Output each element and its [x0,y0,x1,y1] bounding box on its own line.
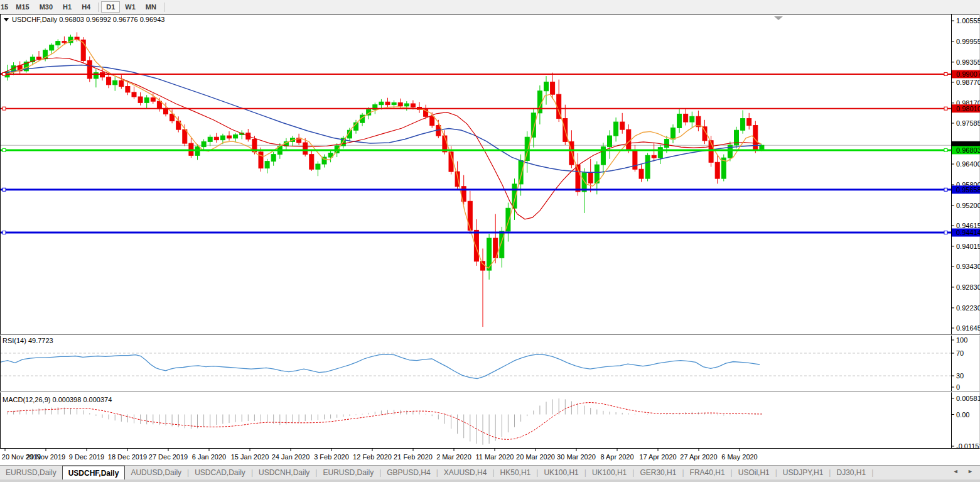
candle-body [259,152,263,168]
chart-tab-usdjpy-h1[interactable]: USDJPY,H1 [777,466,829,479]
tf-button-w1[interactable]: W1 [120,1,141,13]
candle-body [430,116,434,125]
candle-body [208,137,212,141]
date-label: 8 Apr 2020 [600,453,633,461]
chart-canvas[interactable]: USDCHF,Daily 0.96803 0.96992 0.96776 0.9… [0,14,980,465]
line-handle[interactable] [3,231,6,234]
price-axis-label: 0.94015 [956,243,980,250]
line-handle[interactable] [3,72,6,75]
candle-body [551,82,555,94]
status-strip [0,479,980,482]
candle-body [620,122,625,129]
date-label: 27 Dec 2019 [149,453,188,461]
candle-body [234,134,238,138]
candle-body [671,128,676,139]
candle-body [271,155,276,162]
price-badge-0.94414: 0.94414 [952,229,980,237]
rsi-axis-label: 30 [956,372,964,380]
chart-tab-ger30-h1[interactable]: GER30,H1 [634,466,682,479]
tf-button-m30[interactable]: M30 [35,1,58,13]
date-label: 29 Nov 2019 [26,453,65,461]
line-handle[interactable] [944,72,947,75]
candle-body [468,201,472,230]
line-handle[interactable] [3,107,6,110]
tf-button-15[interactable]: 15 [0,1,11,13]
candle-body [132,92,136,97]
macd-title: MACD(12,26,9) 0.000398 0.000374 [3,396,112,403]
candle-body [316,164,320,169]
tf-button-h4[interactable]: H4 [77,1,95,13]
tf-button-m15[interactable]: M15 [11,1,34,13]
date-label: 17 Apr 2020 [639,453,676,461]
price-axis-label: 0.92230 [956,304,980,312]
candle-body [588,173,593,183]
chart-tab-usdcnh-daily[interactable]: USDCNH,Daily [253,466,315,479]
tab-separator: | [871,466,873,479]
price-badge-text: 0.96803 [956,146,980,154]
candle-body [56,41,60,45]
chart-tab-usoil-h1[interactable]: USOil,H1 [733,466,775,479]
price-axis-label: 0.95200 [956,202,980,209]
rsi-title: RSI(14) 49.7723 [3,337,53,344]
price-axis-label: 0.99355 [956,58,980,66]
date-label: 24 Jan 2020 [272,453,310,461]
candle-body [690,116,694,122]
candle-body [747,119,751,126]
candle-body [645,155,650,178]
tf-button-h1[interactable]: H1 [58,1,77,13]
candle-body [303,143,308,155]
line-handle[interactable] [944,107,947,110]
candle-body [151,98,155,101]
price-axis-label: 0.99955 [956,38,980,45]
candle-body [195,147,200,156]
chart-tab-eurusd-daily[interactable]: EURUSD,Daily [317,466,379,479]
toolbar-separator [164,3,164,12]
candle-body [411,104,415,107]
candle-body [138,97,143,102]
date-label: 9 Dec 2019 [69,453,104,461]
chart-tab-usdcad-daily[interactable]: USDCAD,Daily [189,466,251,479]
candle-body [664,140,669,148]
line-handle[interactable] [3,188,6,191]
candle-body [220,136,225,140]
line-handle[interactable] [944,188,947,191]
date-label: 18 Dec 2019 [108,453,147,461]
chart-tab-uk100-h1[interactable]: UK100,H1 [586,466,632,479]
candle-body [658,148,662,158]
price-badge-0.95658: 0.95658 [952,185,980,194]
candle-body [87,60,92,79]
candle-body [741,119,745,131]
line-handle[interactable] [944,231,947,234]
chart-tab-xauusd-h4[interactable]: XAUUSD,H4 [438,466,493,479]
candle-body [183,129,187,143]
rsi-axis-label: 70 [956,349,964,357]
date-label: 27 Apr 2020 [680,453,717,461]
date-label: 21 Feb 2020 [394,453,433,461]
chart-tab-dj30-h1[interactable]: DJ30,H1 [831,466,871,479]
price-axis-label: 0.92830 [956,283,980,291]
price-badge-text: 0.95658 [956,186,980,194]
line-handle[interactable] [3,148,6,151]
price-axis-label: 0.91645 [956,324,980,332]
candle-body [404,104,409,106]
line-handle[interactable] [944,148,947,151]
tf-button-mn[interactable]: MN [141,1,161,13]
chart-tab-usdchf-daily[interactable]: USDCHF,Daily [62,466,126,479]
date-axis[interactable]: 20 Nov 201929 Nov 20199 Dec 201918 Dec 2… [0,449,980,465]
date-label: 2 Mar 2020 [436,453,471,461]
chart-tab-audusd-daily[interactable]: AUDUSD,Daily [125,466,187,479]
price-axis-label: 0.96400 [956,160,980,168]
chart-tab-fra40-h1[interactable]: FRA40,H1 [684,466,731,479]
candle-body [652,155,656,158]
price-axis-label: 1.00555 [956,17,980,25]
candle-body [595,165,599,183]
tab-scroll-arrows[interactable]: ◄ ► [953,468,977,474]
chart-tab-gbpusd-h4[interactable]: GBPUSD,H4 [381,466,436,479]
candle-body [608,136,612,147]
chart-tab-uk100-h1[interactable]: UK100,H1 [538,466,584,479]
candle-body [614,122,618,136]
candle-body [392,102,396,104]
chart-tab-eurusd-daily[interactable]: EURUSD,Daily [0,466,62,479]
tf-button-d1[interactable]: D1 [101,1,120,13]
chart-tab-hk50-h1[interactable]: HK50,H1 [495,466,537,479]
